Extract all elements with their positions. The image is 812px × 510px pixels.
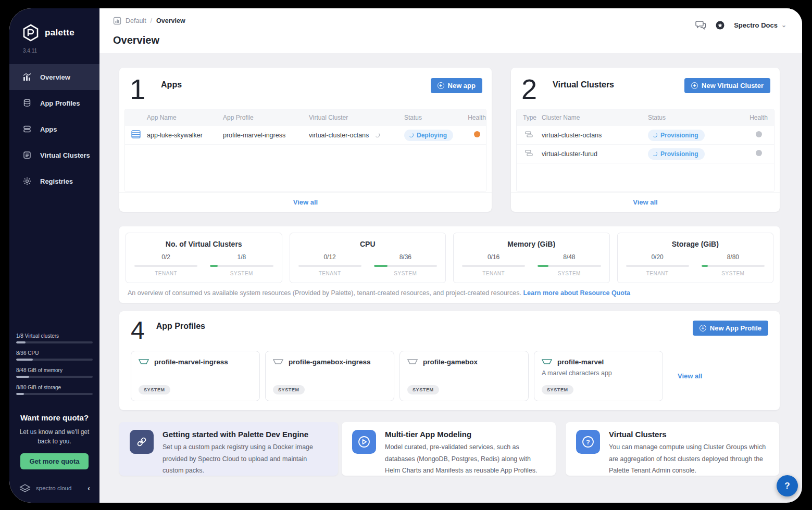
sidebar-item-label: Virtual Clusters xyxy=(40,151,90,159)
status-label: Provisioning xyxy=(660,132,698,139)
status-label: Provisioning xyxy=(660,150,698,158)
sidebar-item-overview[interactable]: Overview xyxy=(9,64,99,90)
tenant-label: TENANT xyxy=(134,271,197,276)
apps-card-title: Apps xyxy=(161,80,182,90)
spectro-cloud-logo xyxy=(19,483,31,493)
col-app-profile: App Profile xyxy=(223,114,309,121)
bar-chart-icon xyxy=(23,73,31,81)
apps-table-header: App Name App Profile Virtual Cluster Sta… xyxy=(125,109,486,126)
spinner-icon xyxy=(409,133,414,137)
profile-card-marvel-ingress[interactable]: profile-marvel-ingress SYSTEM xyxy=(131,351,260,401)
profiles-view-all-link[interactable]: View all xyxy=(678,372,702,380)
quota-bar-cpu: 8/36 CPU xyxy=(16,350,93,361)
get-more-quota-button[interactable]: Get more quota xyxy=(20,453,88,469)
cluster-table-row[interactable]: virtual-cluster-octans Provisioning xyxy=(517,126,774,145)
meter-fill xyxy=(374,265,388,267)
quota-panel-title: Storage (GiB) xyxy=(626,240,765,248)
quota-bar-label: 8/36 CPU xyxy=(16,350,93,356)
system-badge: SYSTEM xyxy=(139,385,170,394)
help-button[interactable]: ? xyxy=(777,475,798,496)
quota-bar-fill xyxy=(16,359,33,361)
system-value: 1/8 xyxy=(210,253,273,261)
info-card-title: Virtual Clusters xyxy=(609,430,769,439)
col-health: Health xyxy=(749,114,768,121)
status-badge: Deploying xyxy=(404,130,453,141)
info-card-app-modeling[interactable]: Multi-tier App Modeling Model curated, p… xyxy=(342,422,556,476)
spectro-docs-icon[interactable] xyxy=(716,21,724,30)
database-icon xyxy=(23,99,31,107)
quota-panel-cpu: CPU 0/12 TENANT 8/36 SYSTEM xyxy=(290,233,446,283)
palette-logo-icon xyxy=(22,24,40,42)
breadcrumb-page: Overview xyxy=(156,17,185,24)
profile-card-gamebox[interactable]: profile-gamebox SYSTEM xyxy=(399,351,529,401)
sidebar-item-virtual-clusters[interactable]: Virtual Clusters xyxy=(9,142,99,168)
system-label: SYSTEM xyxy=(210,271,273,276)
sidebar-item-registries[interactable]: Registries xyxy=(9,168,99,194)
profile-card-marvel[interactable]: profile-marvel A marvel characters app S… xyxy=(534,351,663,401)
info-card-body: You can manage compute using Cluster Gro… xyxy=(609,441,769,477)
col-cluster-name: Cluster Name xyxy=(542,114,648,121)
collapse-sidebar-icon[interactable]: ‹ xyxy=(88,484,90,492)
spinner-icon xyxy=(653,151,657,156)
profile-name: profile-marvel-ingress xyxy=(154,358,228,366)
footer-brand: spectro cloud xyxy=(36,485,83,491)
quota-bar-track xyxy=(16,376,93,378)
question-icon: ? xyxy=(581,435,595,449)
profile-card-gamebox-ingress[interactable]: profile-gamebox-ingress SYSTEM xyxy=(265,351,394,401)
apps-table-row[interactable]: app-luke-skywalker profile-marvel-ingres… xyxy=(125,126,486,145)
tenant-value: 0/16 xyxy=(462,253,525,261)
app-profile-icon xyxy=(273,359,283,365)
info-card-virtual-clusters[interactable]: ? Virtual Clusters You can manage comput… xyxy=(566,422,779,476)
quota-bar-track xyxy=(16,393,93,395)
quota-bar-fill xyxy=(16,376,29,378)
system-meter: 8/80 SYSTEM xyxy=(702,253,765,276)
quota-panel-virtual-clusters: No. of Virtual Clusters 0/2 TENANT 1/8 S… xyxy=(126,233,282,283)
clusters-view-all-link[interactable]: View all xyxy=(633,198,657,206)
breadcrumb-separator: / xyxy=(151,17,152,24)
tenant-meter: 0/12 TENANT xyxy=(298,253,361,276)
spinner-icon xyxy=(653,133,657,137)
cluster-type-icon xyxy=(525,149,533,157)
col-health: Health xyxy=(468,114,486,121)
content: 1 Apps + New app App Name App Profile xyxy=(99,53,802,503)
brand-row: palette xyxy=(9,8,99,42)
new-app-profile-button[interactable]: + New App Profile xyxy=(693,321,768,336)
quota-bar-label: 8/80 GiB of storage xyxy=(16,385,93,390)
tenant-meter: 0/2 TENANT xyxy=(134,253,197,276)
sidebar-footer: spectro cloud ‹ xyxy=(9,475,99,503)
sidebar-nav: Overview App Profiles Apps xyxy=(9,64,99,194)
sidebar-item-app-profiles[interactable]: App Profiles xyxy=(9,90,99,116)
cluster-type-icon xyxy=(525,131,533,138)
brand-name: palette xyxy=(45,28,74,38)
status-badge: Provisioning xyxy=(648,148,705,160)
page-title: Overview xyxy=(113,34,789,46)
system-meter: 8/36 SYSTEM xyxy=(374,253,437,276)
col-status: Status xyxy=(648,114,743,121)
chat-icon[interactable] xyxy=(695,20,706,30)
spinner-icon xyxy=(375,133,380,137)
play-icon xyxy=(357,435,371,449)
col-status: Status xyxy=(404,114,468,121)
virtual-clusters-card: 2 Virtual Clusters + New Virtual Cluster… xyxy=(511,68,780,212)
spectro-docs-menu[interactable]: Spectro Docs ⌄ xyxy=(734,21,786,29)
breadcrumb-project[interactable]: Default xyxy=(126,17,146,24)
cluster-table-row[interactable]: virtual-cluster-furud Provisioning xyxy=(517,145,774,163)
quota-panel-title: CPU xyxy=(298,240,438,248)
sidebar-item-apps[interactable]: Apps xyxy=(9,116,99,142)
resource-quota-link[interactable]: Learn more about Resource Quota xyxy=(523,289,630,297)
new-app-button[interactable]: + New app xyxy=(431,78,482,93)
quota-cta-title: Want more quota? xyxy=(17,413,92,422)
plus-circle-icon: + xyxy=(438,82,444,89)
col-virtual-cluster: Virtual Cluster xyxy=(309,114,404,121)
tenant-value: 0/12 xyxy=(298,253,361,261)
quota-cta-subtitle: Let us know and we'll get back to you. xyxy=(17,427,92,446)
tenant-meter: 0/16 TENANT xyxy=(462,253,525,276)
cluster-name-cell: virtual-cluster-octans xyxy=(542,132,648,139)
profile-name: profile-marvel xyxy=(557,358,604,366)
apps-view-all-link[interactable]: View all xyxy=(293,198,318,206)
system-label: SYSTEM xyxy=(538,271,601,276)
quota-bar-fill xyxy=(16,393,24,395)
clusters-table: Type Cluster Name Status Health xyxy=(516,109,774,192)
info-card-dev-engine[interactable]: Getting started with Palette Dev Engine … xyxy=(119,422,338,476)
new-virtual-cluster-button[interactable]: + New Virtual Cluster xyxy=(684,78,770,93)
